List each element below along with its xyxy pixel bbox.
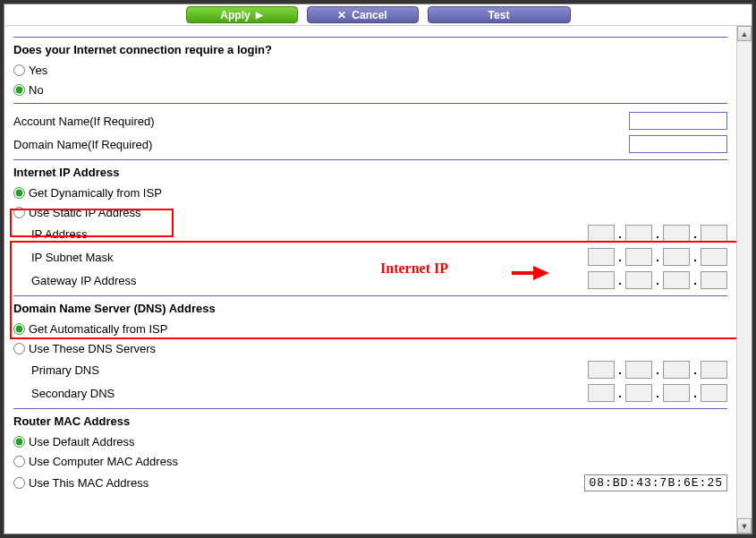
scroll-up-button[interactable]: ▲ bbox=[737, 26, 752, 41]
ip-octet[interactable] bbox=[663, 248, 690, 266]
scroll-track[interactable] bbox=[737, 41, 752, 518]
subnet-group: . . . bbox=[588, 248, 727, 266]
ip-octet[interactable] bbox=[701, 271, 727, 289]
mac-computer-row: Use Computer MAC Address bbox=[13, 451, 727, 471]
account-name-input[interactable] bbox=[629, 112, 727, 130]
toolbar: Apply ▶ ✕ Cancel Test bbox=[4, 4, 752, 26]
login-yes-radio[interactable] bbox=[13, 64, 25, 76]
test-button[interactable]: Test bbox=[428, 6, 571, 23]
mac-default-label: Use Default Address bbox=[29, 435, 135, 448]
dns-manual-label: Use These DNS Servers bbox=[29, 342, 156, 355]
dns-manual-radio[interactable] bbox=[13, 343, 25, 354]
gateway-group: . . . bbox=[588, 271, 727, 289]
mac-computer-radio[interactable] bbox=[13, 456, 25, 467]
ip-octet[interactable] bbox=[625, 384, 652, 402]
dot: . bbox=[616, 227, 624, 241]
ip-octet[interactable] bbox=[663, 384, 690, 402]
ip-static-row: Use Static IP Address bbox=[13, 202, 727, 222]
gateway-row: Gateway IP Address . . . bbox=[13, 269, 727, 292]
login-yes-row: Yes bbox=[13, 60, 727, 80]
ip-octet[interactable] bbox=[625, 225, 652, 243]
dot: . bbox=[616, 251, 624, 264]
ip-octet[interactable] bbox=[625, 361, 652, 379]
mac-default-row: Use Default Address bbox=[13, 431, 727, 451]
cancel-label: Cancel bbox=[352, 9, 386, 21]
dns-manual-row: Use These DNS Servers bbox=[13, 338, 727, 358]
content-wrapper: Does your Internet connection require a … bbox=[4, 26, 752, 534]
dot: . bbox=[692, 363, 699, 377]
ip-section-title: Internet IP Address bbox=[13, 166, 727, 179]
content: Does your Internet connection require a … bbox=[4, 26, 736, 534]
login-no-radio[interactable] bbox=[13, 84, 25, 96]
ip-address-label: IP Address bbox=[31, 227, 210, 241]
router-settings-window: Apply ▶ ✕ Cancel Test Does your Internet… bbox=[4, 4, 752, 534]
mac-default-radio[interactable] bbox=[13, 436, 25, 448]
mac-this-row: Use This MAC Address 08:BD:43:7B:6E:25 bbox=[13, 471, 727, 494]
scroll-down-button[interactable]: ▼ bbox=[737, 518, 752, 534]
domain-name-label: Domain Name(If Required) bbox=[13, 138, 152, 151]
dot: . bbox=[654, 274, 661, 287]
separator bbox=[13, 295, 727, 296]
ip-octet[interactable] bbox=[588, 225, 615, 243]
login-no-label: No bbox=[29, 83, 44, 97]
mac-section-title: Router MAC Address bbox=[13, 414, 727, 428]
separator bbox=[13, 37, 727, 38]
ip-static-radio[interactable] bbox=[13, 207, 25, 218]
separator bbox=[13, 159, 727, 160]
account-name-row: Account Name(If Required) bbox=[13, 109, 727, 132]
separator bbox=[13, 408, 727, 409]
ip-octet[interactable] bbox=[701, 225, 727, 243]
cancel-x-icon: ✕ bbox=[337, 9, 346, 21]
dot: . bbox=[692, 274, 699, 287]
mac-this-label: Use This MAC Address bbox=[29, 476, 149, 490]
ip-static-label: Use Static IP Address bbox=[29, 206, 141, 219]
ip-octet[interactable] bbox=[663, 271, 690, 289]
ip-octet[interactable] bbox=[588, 271, 615, 289]
domain-name-input[interactable] bbox=[629, 135, 727, 153]
apply-arrow-icon: ▶ bbox=[256, 10, 263, 20]
scrollbar[interactable]: ▲ ▼ bbox=[736, 26, 752, 534]
ip-octet[interactable] bbox=[701, 384, 727, 402]
secondary-dns-label: Secondary DNS bbox=[31, 387, 210, 400]
ip-address-row: IP Address . . . bbox=[13, 222, 727, 245]
mac-value[interactable]: 08:BD:43:7B:6E:25 bbox=[584, 474, 727, 491]
ip-octet[interactable] bbox=[588, 361, 615, 379]
ip-octet[interactable] bbox=[701, 361, 727, 379]
secondary-dns-row: Secondary DNS . . . bbox=[13, 381, 727, 405]
apply-button[interactable]: Apply ▶ bbox=[186, 6, 298, 23]
dot: . bbox=[692, 227, 699, 241]
ip-dynamic-label: Get Dynamically from ISP bbox=[29, 186, 162, 200]
dns-section-title: Domain Name Server (DNS) Address bbox=[13, 302, 727, 315]
cancel-button[interactable]: ✕ Cancel bbox=[307, 6, 419, 23]
ip-dynamic-row: Get Dynamically from ISP bbox=[13, 183, 727, 202]
login-no-row: No bbox=[13, 80, 727, 99]
domain-name-row: Domain Name(If Required) bbox=[13, 132, 727, 156]
primary-dns-label: Primary DNS bbox=[31, 363, 210, 377]
login-yes-label: Yes bbox=[29, 64, 47, 77]
mac-computer-label: Use Computer MAC Address bbox=[29, 455, 178, 468]
secondary-dns-group: . . . bbox=[588, 384, 727, 402]
ip-address-group: . . . bbox=[588, 225, 727, 243]
dot: . bbox=[616, 274, 624, 287]
dot: . bbox=[616, 387, 624, 400]
ip-octet[interactable] bbox=[625, 248, 652, 266]
account-name-label: Account Name(If Required) bbox=[13, 115, 155, 128]
dot: . bbox=[692, 387, 699, 400]
ip-octet[interactable] bbox=[588, 248, 615, 266]
dot: . bbox=[654, 363, 661, 377]
mac-this-radio[interactable] bbox=[13, 477, 25, 489]
ip-octet[interactable] bbox=[625, 271, 652, 289]
dot: . bbox=[654, 387, 661, 400]
dns-auto-radio[interactable] bbox=[13, 323, 25, 335]
dot: . bbox=[616, 363, 624, 377]
login-question: Does your Internet connection require a … bbox=[13, 43, 727, 56]
ip-dynamic-radio[interactable] bbox=[13, 187, 25, 199]
dns-auto-label: Get Automatically from ISP bbox=[29, 322, 167, 336]
test-label: Test bbox=[488, 9, 510, 21]
ip-octet[interactable] bbox=[663, 225, 690, 243]
ip-octet[interactable] bbox=[588, 384, 615, 402]
ip-octet[interactable] bbox=[663, 361, 690, 379]
ip-octet[interactable] bbox=[701, 248, 727, 266]
primary-dns-group: . . . bbox=[588, 361, 727, 379]
dns-auto-row: Get Automatically from ISP bbox=[13, 319, 727, 338]
